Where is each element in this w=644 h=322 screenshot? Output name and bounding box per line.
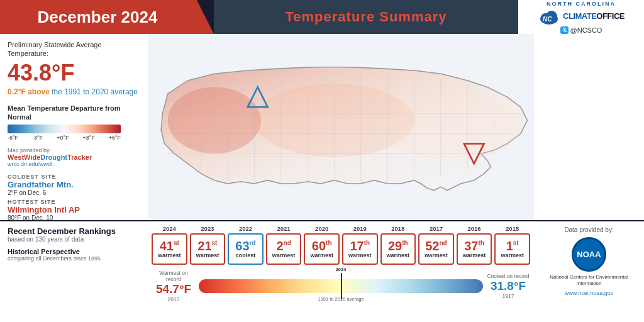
hist-marker-label: 2024	[336, 267, 347, 272]
year-2018: 2018	[380, 225, 416, 232]
legend-labels: -6°F -3°F +0°F +3°F +6°F	[8, 135, 121, 141]
info-left: Preliminary Statewide Average Temperatur…	[0, 34, 148, 220]
coldest-site-block: COLDEST SITE Grandfather Mtn. 2°F on Dec…	[8, 174, 140, 196]
rank-box-2023: 21st warmest	[190, 233, 226, 265]
content-area: Preliminary Statewide Average Temperatur…	[0, 34, 644, 322]
svg-point-19	[168, 87, 261, 153]
year-2024: 2024	[152, 225, 187, 232]
lower-left: Recent December Rankings based on 130 ye…	[0, 221, 148, 322]
anomaly-period: the 1991 to 2020 average	[52, 87, 138, 96]
map-provider: WestWideDroughtTracker	[8, 153, 140, 161]
hist-avg-text: 1991 to 2020 average	[318, 296, 364, 302]
boxes-row: 41st warmest 21st warmest 63rd coolest 2…	[152, 233, 530, 265]
hottest-site-name: Wilmington Intl AP	[8, 205, 140, 214]
page-title: December 2024	[38, 8, 158, 27]
anomaly-value: 0.2°F above	[8, 87, 50, 96]
lower-right: Data provided by: NOAA National Centers …	[534, 221, 644, 322]
hist-coolest-end: Coolest on record 31.8°F 1917	[486, 273, 530, 299]
rankings-grid: 2024 2023 2022 2021 2020 2019 2018 2017 …	[152, 225, 530, 265]
upper-row: Preliminary Statewide Average Temperatur…	[0, 34, 644, 220]
rank-box-2015: 1st warmest	[494, 233, 530, 265]
map-attribution: Map provided by: WestWideDroughtTracker …	[8, 147, 140, 167]
year-2015: 2015	[494, 225, 530, 232]
hist-marker-line	[341, 273, 342, 299]
lower-center: 2024 2023 2022 2021 2020 2019 2018 2017 …	[148, 221, 534, 322]
year-2019: 2019	[342, 225, 378, 232]
year-2022: 2022	[228, 225, 264, 232]
header-left: December 2024	[0, 0, 214, 34]
year-2016: 2016	[457, 225, 492, 232]
nc-map-svg	[148, 34, 534, 220]
noaa-logo: NOAA	[572, 237, 606, 272]
anomaly-text: 0.2°F above the 1991 to 2020 average	[8, 87, 140, 96]
data-provider-label: Data provided by:	[564, 226, 613, 233]
coldest-site-name: Grandfather Mtn.	[8, 180, 140, 189]
hottest-site-label: HOTTEST SITE	[8, 199, 140, 205]
twitter-handle: 𝕏 @NCSCO	[560, 26, 602, 34]
hist-bar-row: Warmest on record 54.7°F 2015 2024 1991 …	[152, 270, 530, 303]
svg-text:NC: NC	[543, 16, 552, 23]
hist-coolest-temp: 31.8°F	[486, 279, 530, 293]
statewide-label: Preliminary Statewide Average Temperatur…	[8, 40, 140, 58]
legend-title: Mean Temperature Departure from Normal	[8, 104, 140, 122]
statewide-temp: 43.8°F	[8, 60, 140, 86]
svg-point-21	[387, 94, 521, 160]
hist-coolest-label: Coolest on record	[486, 273, 530, 279]
hist-warmest-label: Warmest on record	[152, 270, 196, 282]
rankings-subtitle: based on 130 years of data	[8, 236, 140, 243]
rank-box-2017: 52nd warmest	[418, 233, 454, 265]
historical-subtitle: comparing all Decembers since 1895	[8, 255, 140, 262]
coldest-site-detail: 2°F on Dec. 6	[8, 189, 140, 196]
org-line1: NORTH CAROLINA	[547, 1, 616, 7]
legend-label-3: +0°F	[57, 135, 69, 141]
rank-box-2020: 60th warmest	[304, 233, 340, 265]
header-right: NORTH CAROLINA NC CLIMATEOFFICE	[518, 0, 644, 34]
hist-gradient-bar: 2024 1991 to 2020 average	[199, 279, 483, 293]
legend-label-2: -3°F	[32, 135, 43, 141]
info-right	[534, 34, 644, 220]
page-subtitle: Temperature Summary	[285, 9, 447, 25]
legend-label-4: +3°F	[82, 135, 94, 141]
page-wrapper: December 2024 Temperature Summary NORTH …	[0, 0, 644, 322]
years-row: 2024 2023 2022 2021 2020 2019 2018 2017 …	[152, 225, 530, 232]
rank-box-2022: 63rd coolest	[228, 233, 264, 265]
rank-box-2016: 37th warmest	[457, 233, 492, 265]
year-2017: 2017	[418, 225, 454, 232]
sites-info: COLDEST SITE Grandfather Mtn. 2°F on Dec…	[8, 174, 140, 221]
rankings-title: Recent December Rankings	[8, 226, 140, 236]
year-2021: 2021	[266, 225, 302, 232]
year-2023: 2023	[190, 225, 226, 232]
historical-title: Historical Perspective	[8, 248, 140, 255]
map-url: wrcc.dri.edu/wwdt	[8, 161, 140, 167]
coldest-site-label: COLDEST SITE	[8, 174, 140, 180]
hist-coolest-year: 1917	[486, 293, 530, 299]
hottest-site-block: HOTTEST SITE Wilmington Intl AP 80°F on …	[8, 199, 140, 221]
legend-section: Mean Temperature Departure from Normal -…	[8, 104, 140, 142]
rank-box-2021: 2nd warmest	[266, 233, 302, 265]
hist-warmest-year: 2015	[152, 296, 196, 303]
map-attr-label: Map provided by:	[8, 147, 140, 153]
rank-box-2018: 29th warmest	[380, 233, 416, 265]
lower-row: Recent December Rankings based on 130 ye…	[0, 220, 644, 322]
cloud-icon: NC	[538, 8, 560, 25]
noaa-website: www.ncei.noaa.gov	[565, 290, 614, 296]
header: December 2024 Temperature Summary NORTH …	[0, 0, 644, 34]
legend-label-1: -6°F	[8, 135, 18, 141]
historical-bar-section: Warmest on record 54.7°F 2015 2024 1991 …	[152, 270, 530, 303]
header-center: Temperature Summary	[214, 0, 518, 34]
legend-label-5: +6°F	[109, 135, 121, 141]
hist-warmest-temp: 54.7°F	[152, 282, 196, 296]
org-climate: CLIMATEOFFICE	[563, 11, 625, 21]
hist-warmest-end: Warmest on record 54.7°F 2015	[152, 270, 196, 303]
rank-box-2019: 17th warmest	[342, 233, 378, 265]
noaa-org-name: National Centers for Environmental Infor…	[540, 274, 638, 287]
color-bar	[8, 125, 121, 133]
year-2020: 2020	[304, 225, 340, 232]
rank-box-2024: 41st warmest	[152, 233, 187, 265]
historical-section-label: Historical Perspective comparing all Dec…	[8, 248, 140, 262]
map-panel	[148, 34, 534, 220]
